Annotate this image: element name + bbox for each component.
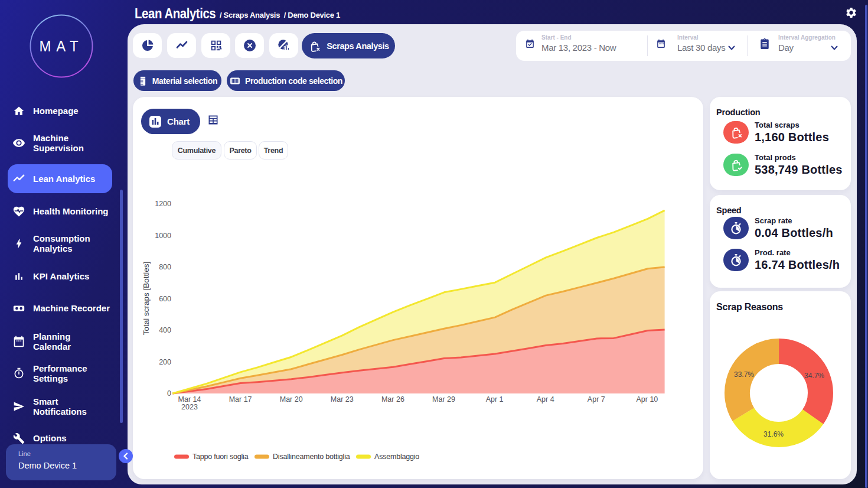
svg-text:1000: 1000 bbox=[155, 232, 171, 240]
svg-text:Assemblaggio: Assemblaggio bbox=[374, 453, 419, 461]
svg-text:Mar 17: Mar 17 bbox=[229, 395, 252, 404]
svg-text:2023: 2023 bbox=[181, 403, 198, 411]
svg-text:Disallineamento bottiglia: Disallineamento bottiglia bbox=[273, 453, 350, 461]
svg-text:Mar 29: Mar 29 bbox=[432, 395, 455, 404]
svg-text:0: 0 bbox=[167, 389, 171, 398]
svg-text:800: 800 bbox=[159, 263, 171, 271]
svg-text:Tappo fuori soglia: Tappo fuori soglia bbox=[192, 453, 249, 461]
svg-text:Mar 14: Mar 14 bbox=[178, 395, 201, 404]
svg-text:Total scraps [Bottles]: Total scraps [Bottles] bbox=[142, 262, 151, 336]
svg-text:200: 200 bbox=[159, 358, 171, 366]
svg-text:400: 400 bbox=[159, 326, 171, 334]
svg-text:Apr 4: Apr 4 bbox=[537, 395, 554, 404]
svg-text:MAT: MAT bbox=[40, 37, 84, 54]
svg-text:34.7%: 34.7% bbox=[804, 372, 824, 380]
svg-text:Mar 23: Mar 23 bbox=[331, 395, 354, 404]
svg-text:Mar 26: Mar 26 bbox=[381, 395, 404, 404]
svg-text:33.7%: 33.7% bbox=[734, 370, 754, 379]
svg-text:1200: 1200 bbox=[155, 200, 171, 208]
svg-text:600: 600 bbox=[159, 295, 171, 303]
svg-text:Apr 7: Apr 7 bbox=[588, 395, 605, 404]
svg-text:31.6%: 31.6% bbox=[763, 430, 784, 438]
svg-text:Mar 20: Mar 20 bbox=[280, 395, 303, 404]
svg-text:Apr 10: Apr 10 bbox=[636, 395, 658, 404]
svg-text:Apr 1: Apr 1 bbox=[486, 395, 504, 404]
